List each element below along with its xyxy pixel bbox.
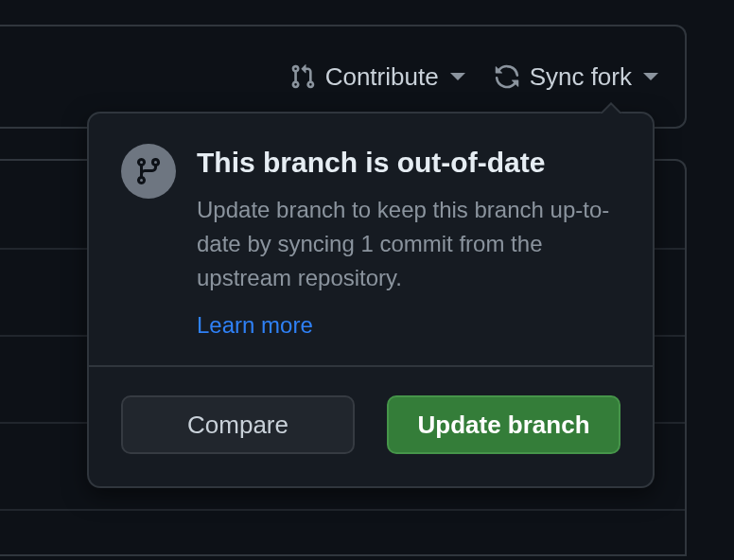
update-branch-button[interactable]: Update branch xyxy=(387,395,620,454)
sync-fork-popover: This branch is out-of-date Update branch… xyxy=(87,112,655,488)
popover-title: This branch is out-of-date xyxy=(197,146,620,180)
popover-caret xyxy=(600,100,624,114)
compare-button[interactable]: Compare xyxy=(121,395,355,454)
popover-description: Update branch to keep this branch up-to-… xyxy=(197,193,620,295)
popover-body: This branch is out-of-date Update branch… xyxy=(89,114,653,365)
branch-status-icon-container xyxy=(121,144,176,199)
sync-fork-button[interactable]: Sync fork xyxy=(494,62,658,92)
popover-footer: Compare Update branch xyxy=(89,365,653,486)
sync-icon xyxy=(494,63,520,90)
git-branch-icon xyxy=(133,156,164,186)
row-divider xyxy=(0,509,685,511)
contribute-label: Contribute xyxy=(325,62,439,92)
contribute-button[interactable]: Contribute xyxy=(289,62,465,92)
popover-content: This branch is out-of-date Update branch… xyxy=(197,146,620,339)
chevron-down-icon xyxy=(450,73,465,80)
learn-more-link[interactable]: Learn more xyxy=(197,312,620,339)
git-pull-request-icon xyxy=(289,63,316,90)
chevron-down-icon xyxy=(643,73,658,80)
toolbar-buttons: Contribute Sync fork xyxy=(289,62,658,92)
sync-fork-label: Sync fork xyxy=(530,62,632,92)
